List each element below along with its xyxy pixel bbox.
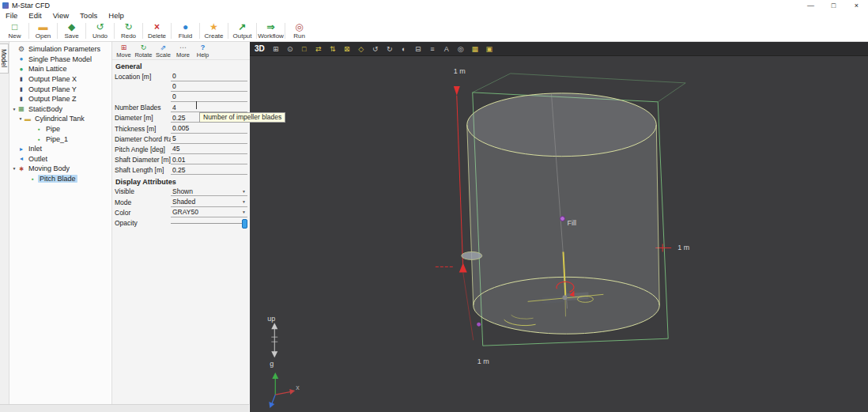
tree-item-staticbody[interactable]: ▼▦StaticBody — [9, 104, 111, 115]
tree-item-main-lattice[interactable]: ●Main Lattice — [9, 64, 111, 74]
toolbar-separator — [85, 23, 86, 39]
visible-select[interactable]: Shown▼ — [171, 187, 247, 196]
fluid-button[interactable]: ●Fluid — [172, 22, 198, 40]
viewport-canvas[interactable]: Fill — [250, 42, 868, 412]
tree-item-outlet[interactable]: ◂Outlet — [9, 154, 111, 164]
annotate-text-icon[interactable]: A — [441, 43, 452, 55]
menu-file[interactable]: File — [0, 10, 23, 21]
tree-item-label: Moving Body — [27, 164, 71, 172]
horizontal-scrollbar[interactable] — [0, 404, 249, 412]
rotate-ccw-icon[interactable]: ↺ — [370, 43, 381, 55]
cylinder-icon: ▬ — [24, 115, 32, 123]
number-blades-input[interactable] — [171, 103, 247, 112]
tree-item-pipe[interactable]: ●Pipe — [27, 124, 111, 134]
measure-icon[interactable]: ≡ — [427, 43, 438, 55]
field-label: Diameter [m] — [115, 114, 171, 122]
more-button[interactable]: ⋯More — [173, 43, 193, 59]
toolbar-separator — [228, 23, 228, 39]
run-button[interactable]: ◎Run — [286, 22, 312, 40]
move-button[interactable]: ⊞Move — [114, 43, 134, 59]
view-x-icon[interactable]: ⇄ — [313, 43, 324, 55]
tree-item-label: Output Plane Z — [27, 95, 78, 103]
orientation-axes — [269, 372, 295, 408]
location-x-input[interactable] — [171, 72, 247, 81]
tree-item-output-plane-x[interactable]: ▮Output Plane X — [9, 74, 111, 85]
tree-item-pipe-1[interactable]: ●Pipe_1 — [27, 134, 111, 144]
slider-handle[interactable] — [242, 219, 247, 229]
color-select[interactable]: GRAY50▼ — [171, 208, 247, 217]
visibility-icon[interactable]: ◎ — [455, 43, 466, 55]
diameter-chord-ratio-input[interactable] — [171, 134, 247, 144]
help-button[interactable]: ?Help — [193, 43, 213, 59]
maximize-button[interactable]: □ — [822, 0, 845, 11]
model-tree: ⚙Simulation Parameters ●Single Phase Mod… — [9, 42, 111, 405]
grid-icon[interactable]: ▦ — [470, 43, 481, 55]
tree-item-inlet[interactable]: ▸Inlet — [9, 144, 111, 154]
chevron-down-icon: ▼ — [242, 199, 246, 204]
workflow-button[interactable]: ⇒Workflow — [258, 22, 284, 40]
pitch-angle-input[interactable] — [171, 145, 247, 154]
tree-item-simulation-parameters[interactable]: ⚙Simulation Parameters — [9, 44, 111, 55]
field-label: Number Blades — [115, 104, 171, 112]
minimize-button[interactable]: — — [799, 0, 822, 11]
output-arrow-icon: ↗ — [238, 22, 246, 32]
rotate-cw-icon[interactable]: ↻ — [384, 43, 395, 55]
spin-icon[interactable]: ◐ — [398, 43, 409, 55]
view-z-icon[interactable]: ⊠ — [342, 43, 353, 55]
view-front-icon[interactable]: □ — [299, 43, 310, 55]
delete-button[interactable]: ×Delete — [144, 22, 170, 40]
field-label: Location [m] — [115, 73, 171, 81]
zoom-icon[interactable]: ⊙ — [285, 43, 296, 55]
window-controls: — □ × — [799, 0, 868, 11]
open-button[interactable]: ▬Open — [30, 22, 56, 40]
menu-help[interactable]: Help — [103, 10, 130, 21]
tree-item-output-plane-y[interactable]: ▮Output Plane Y — [9, 84, 111, 94]
view-y-icon[interactable]: ⇅ — [327, 43, 338, 55]
menu-view[interactable]: View — [47, 10, 74, 21]
chevron-down-icon[interactable]: ▼ — [11, 166, 17, 171]
field-label: Shaft Length [m] — [115, 166, 171, 174]
tree-item-pitch-blade[interactable]: ●Pitch Blade — [21, 174, 111, 184]
opacity-slider[interactable] — [171, 219, 247, 228]
save-button[interactable]: ◆Save — [58, 22, 85, 40]
x-axis-label: x — [296, 384, 300, 391]
chevron-down-icon[interactable]: ▼ — [17, 116, 24, 121]
thickness-input[interactable] — [171, 124, 247, 134]
shaft-diameter-input[interactable] — [171, 155, 247, 164]
snapshot-icon[interactable]: ▣ — [484, 43, 495, 55]
tree-item-moving-body[interactable]: ▼∗Moving Body — [9, 164, 111, 174]
undo-button[interactable]: ↺Undo — [87, 22, 113, 40]
redo-button[interactable]: ↻Redo — [115, 22, 142, 40]
menu-tools[interactable]: Tools — [74, 10, 103, 21]
menu-bar: File Edit View Tools Help — [0, 10, 868, 21]
lattice-icon: ● — [17, 66, 25, 73]
tree-item-output-plane-z[interactable]: ▮Output Plane Z — [9, 94, 111, 104]
move-icon: ⊞ — [121, 43, 127, 51]
tree-item-label: Simulation Parameters — [27, 45, 102, 53]
undo-icon: ↺ — [96, 22, 104, 32]
view-iso-icon[interactable]: ◇ — [356, 43, 367, 55]
close-button[interactable]: × — [845, 0, 868, 11]
window-title: M-Star CFD — [12, 2, 50, 9]
clip-plane-icon[interactable]: ⊟ — [413, 43, 424, 55]
shaft-length-input[interactable] — [171, 165, 247, 175]
menu-edit[interactable]: Edit — [23, 10, 47, 21]
tab-model[interactable]: Model — [0, 43, 9, 74]
field-label: Opacity — [115, 219, 171, 227]
new-button[interactable]: □New — [2, 22, 28, 40]
tree-item-single-phase-model[interactable]: ●Single Phase Model — [9, 55, 111, 65]
viewport-3d[interactable]: 3D ⊞ ⊙ □ ⇄ ⇅ ⊠ ◇ ↺ ↻ ◐ ⊟ ≡ A ◎ ▦ ▣ — [250, 42, 868, 412]
tree-item-label: Output Plane X — [27, 75, 78, 83]
tree-item-cylindrical-tank[interactable]: ▼▬Cylindrical Tank — [16, 114, 111, 124]
rotate-button[interactable]: ↻Rotate — [134, 43, 153, 59]
location-z-input[interactable] — [171, 93, 247, 102]
fit-view-icon[interactable]: ⊞ — [270, 43, 281, 55]
output-button[interactable]: ↗Output — [229, 22, 255, 40]
create-button[interactable]: ★Create — [201, 22, 227, 40]
chevron-down-icon[interactable]: ▼ — [11, 107, 17, 112]
bullet-icon: ● — [35, 137, 43, 142]
mode-select[interactable]: Shaded▼ — [171, 198, 247, 207]
scale-button[interactable]: ⇗Scale — [153, 43, 173, 59]
location-y-input[interactable] — [171, 82, 247, 92]
section-general: General — [112, 60, 250, 71]
